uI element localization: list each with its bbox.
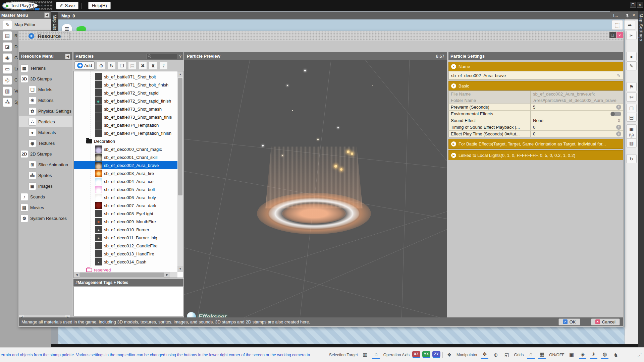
tree-row[interactable]: sb_ef_deco000_Chant_magic — [74, 145, 177, 153]
tree-row[interactable]: sb_ef_deco011_Burner_big — [74, 234, 177, 242]
resmenu-3d-stamps[interactable]: 3D 3D Stamps — [19, 73, 72, 84]
tree-row[interactable]: sb_ef_deco001_Chant_skill — [74, 153, 177, 161]
edit-pencil-icon[interactable]: ✎ — [617, 73, 621, 78]
settings-row-value[interactable]: 0 — [533, 125, 614, 130]
settings-row[interactable]: Prewarm (Seconds) 5 ⇕ — [448, 104, 623, 111]
map-tab[interactable]: Map_0 — [58, 12, 610, 19]
refresh-button[interactable]: ↻ — [107, 61, 116, 70]
add-particle-button[interactable]: ✚ Add — [74, 61, 95, 70]
tree-row[interactable]: sb_ef_battle072_Shot_rapid_finish — [74, 97, 177, 105]
row-control-icon[interactable]: ⇕ — [617, 118, 621, 124]
model-visibility-icon[interactable]: ◈ — [578, 351, 587, 359]
cut-tool-icon[interactable]: ✂ — [626, 31, 637, 40]
tree-row[interactable]: sb_ef_deco014_Dash — [74, 258, 177, 266]
tree-row[interactable]: sb_ef_deco013_HandFire — [74, 250, 177, 258]
close-dock-icon[interactable]: ✕ — [632, 13, 635, 17]
light-visibility-icon[interactable]: ☀ — [589, 351, 598, 359]
resmenu-system-resources[interactable]: ⚙ System Resources — [19, 213, 72, 224]
resmenu-terrains[interactable]: ▦ Terrains — [19, 63, 72, 73]
settings-row-value[interactable]: 5 — [533, 105, 614, 110]
tree-row[interactable]: sb_ef_battle073_Shot_smash — [74, 105, 177, 113]
row-control-icon[interactable]: ⇕ — [616, 131, 621, 136]
sphere-tool-icon[interactable]: ● — [626, 52, 637, 61]
stamp-button[interactable]: ♜ — [149, 61, 157, 70]
help-button[interactable]: ? — [179, 54, 181, 59]
settings-row[interactable]: File Name sb_ef_deco002_Aura_brave.efk ⇕ — [448, 90, 623, 97]
resmenu-sprites[interactable]: ⁂ Sprites — [19, 170, 72, 181]
scroll-left-icon[interactable]: ◀ — [74, 272, 79, 278]
tree-row[interactable]: sb_ef_battle073_Shot_smash_finis — [74, 113, 177, 121]
section-name[interactable]: ▼ Name — [448, 62, 623, 71]
tree-row[interactable]: sb_ef_deco005_Aura_bolt — [74, 185, 177, 193]
tree-row[interactable]: sb_ef_battle071_Shot_bolt — [74, 73, 177, 81]
resize-grip[interactable]: ⋰ — [637, 352, 643, 358]
resource-titlebar[interactable]: ❋ Resource ❐ ✕ — [18, 31, 624, 41]
cards-tool-icon[interactable]: ❐ — [626, 104, 637, 113]
clapper-tool-icon[interactable]: ▤ — [626, 113, 637, 122]
preview-viewport[interactable]: Effekseer — [184, 60, 447, 323]
scroll-right-icon[interactable]: ▶ — [164, 272, 170, 278]
add-folder-button[interactable]: ⊕ — [97, 61, 105, 70]
scroll-up-icon[interactable]: ▲ — [177, 71, 183, 77]
snippet-tool-icon[interactable]: ✄ — [626, 93, 637, 102]
tree-row[interactable]: sb_ef_deco007_Aura_dark — [74, 201, 177, 209]
flag-tool-icon[interactable]: ⚑ — [626, 82, 637, 91]
tree-row[interactable]: sb_ef_deco012_CandleFire — [74, 242, 177, 250]
pin-icon[interactable] — [626, 13, 629, 17]
settings-row[interactable]: Environmental Effects ⇕ — [448, 111, 623, 117]
settings-section-collapsed[interactable]: ▶ For Battle Effects(Target, Target, Sam… — [448, 139, 623, 149]
save-button[interactable]: ✐ Save — [56, 2, 79, 9]
axis-yx-badge[interactable]: YX — [422, 351, 430, 358]
tree-row[interactable]: sb_ef_deco009_MouthFire — [74, 218, 177, 226]
scroll-down-icon[interactable]: ▼ — [177, 266, 183, 272]
window-close-icon[interactable]: ✕ — [637, 2, 643, 8]
paste-button[interactable]: ▤ — [128, 61, 137, 70]
window-restore-icon[interactable]: ❐ — [630, 2, 636, 8]
tree-row[interactable]: sb_ef_deco008_EyeLight — [74, 209, 177, 218]
duplicate-button[interactable]: ❐ — [118, 61, 126, 70]
resmenu-materials[interactable]: ● Materials — [19, 127, 72, 138]
settings-row[interactable]: Folder Name .¥res¥particle¥sb_ef_deco002… — [448, 97, 623, 104]
scrollbar-thumb[interactable] — [79, 273, 164, 277]
menu-help[interactable]: Help(H) — [88, 2, 111, 9]
name-value-field[interactable]: sb_ef_deco002_Aura_brave ✎ — [448, 71, 623, 80]
tree-row[interactable]: sb_ef_deco003_Aura_fire — [74, 169, 177, 177]
settings-row[interactable]: Timing of Sound Effect Playback (... 0 ⇕ — [448, 124, 623, 131]
settings-row[interactable]: Sound Effect None ⇕ — [448, 117, 623, 124]
tree-row[interactable]: sb_ef_battle072_Shot_rapid — [74, 89, 177, 97]
select-floor-icon[interactable]: ▦ — [361, 351, 370, 358]
stamp-visibility-icon[interactable]: ▣ — [567, 351, 576, 358]
grid-snap-icon[interactable]: ∩ — [526, 351, 535, 359]
settings-row[interactable]: Effect Play Time (Seconds) 0=Aut... 0 ⇕ — [448, 131, 623, 137]
resmenu-movies[interactable]: ▤ Movies — [19, 202, 72, 213]
tree-row[interactable]: sb_ef_battle074_Temptation_finish — [74, 129, 177, 137]
axis-zy-badge[interactable]: ZY — [432, 351, 440, 358]
section-basic[interactable]: ▼ Basic — [448, 81, 623, 90]
axis-xz-badge[interactable]: XZ — [412, 351, 420, 358]
master-item-map-editor[interactable]: ✎ Map Editor — [0, 19, 51, 30]
resmenu-particles[interactable]: ∴ Particles — [19, 116, 72, 127]
tree-row[interactable]: sb_ef_battle071_Shot_bolt_finish — [74, 81, 177, 89]
effect-visibility-icon[interactable]: ◍ — [600, 351, 609, 359]
scale-tool-icon[interactable]: ◱ — [502, 351, 512, 358]
resmenu-sounds[interactable]: ♪ Sounds — [19, 191, 72, 202]
rotate-tool-icon[interactable]: ⊕ — [491, 351, 500, 358]
grid-display-icon[interactable]: ▦ — [537, 351, 546, 359]
cancel-button[interactable]: ✖ Cancel — [591, 318, 620, 325]
row-control-icon[interactable]: ⇕ — [616, 105, 621, 110]
resource-minimize-icon[interactable]: ❐ — [609, 32, 616, 38]
toggle-switch[interactable] — [610, 112, 621, 116]
row-control-icon[interactable]: ⇕ — [616, 125, 621, 130]
resource-close-icon[interactable]: ✕ — [616, 32, 623, 38]
tree-row[interactable]: sb_ef_battle074_Temptation — [74, 121, 177, 129]
resmenu-images[interactable]: ▣ Images — [19, 181, 72, 191]
settings-row-value[interactable]: 0 — [533, 131, 614, 136]
resmenu-physical-settings[interactable]: ✿ Physical Settings — [19, 106, 72, 116]
edit-tool-icon[interactable]: ✎ — [626, 61, 637, 70]
resmenu-motions[interactable]: ✳ Motions — [19, 95, 72, 106]
settings-row-value[interactable]: sb_ef_deco002_Aura_brave.efk — [533, 92, 621, 97]
tree-row[interactable]: Decoration — [74, 137, 177, 145]
test-play-button[interactable]: ▶ Test Play(P) — [2, 2, 38, 9]
tree-row[interactable]: sb_ef_deco004_Aura_ice — [74, 177, 177, 185]
right-dock-tab[interactable]: T... ✕ — [610, 11, 638, 19]
